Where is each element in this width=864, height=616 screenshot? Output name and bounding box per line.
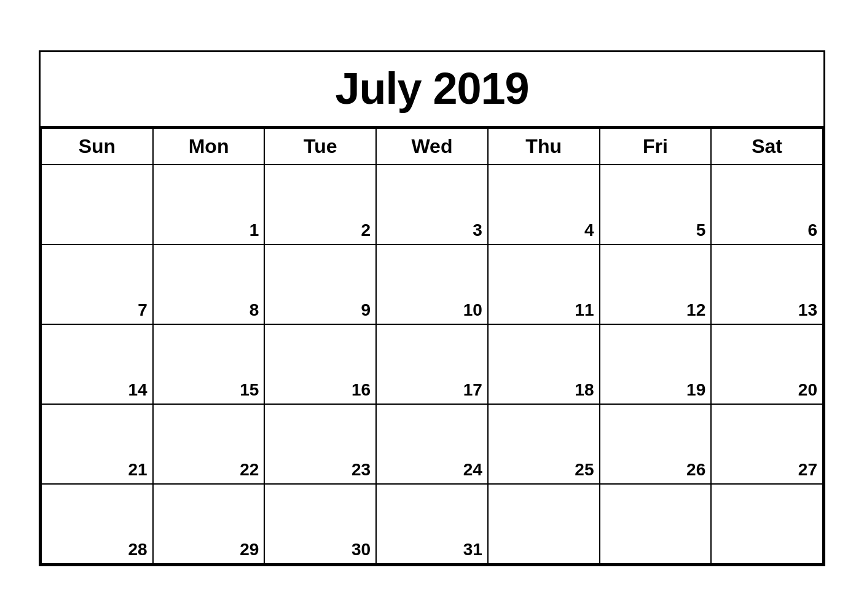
calendar-day: 27: [711, 404, 823, 484]
calendar-day: 13: [711, 244, 823, 324]
calendar-day: 16: [264, 324, 376, 404]
calendar-day: 10: [376, 244, 488, 324]
day-header-wed: Wed: [376, 128, 488, 165]
calendar-day: 22: [153, 404, 265, 484]
calendar-day: 7: [41, 244, 153, 324]
calendar-day: 18: [488, 324, 600, 404]
calendar-day: 9: [264, 244, 376, 324]
calendar-week-row: 28293031: [41, 484, 823, 564]
calendar-day: 5: [600, 165, 712, 244]
calendar-grid: SunMonTueWedThuFriSat 123456789101112131…: [41, 128, 823, 564]
days-header-row: SunMonTueWedThuFriSat: [41, 128, 823, 165]
calendar-day: 25: [488, 404, 600, 484]
calendar-day: 30: [264, 484, 376, 564]
calendar-container: July 2019 SunMonTueWedThuFriSat 12345678…: [39, 50, 825, 566]
calendar-day: 29: [153, 484, 265, 564]
calendar-day-empty: [600, 484, 712, 564]
calendar-week-row: 14151617181920: [41, 324, 823, 404]
day-header-sat: Sat: [711, 128, 823, 165]
calendar-week-row: 123456: [41, 165, 823, 244]
calendar-day: 2: [264, 165, 376, 244]
day-header-sun: Sun: [41, 128, 153, 165]
day-header-tue: Tue: [264, 128, 376, 165]
calendar-day: 24: [376, 404, 488, 484]
calendar-day: 1: [153, 165, 265, 244]
calendar-day: 8: [153, 244, 265, 324]
calendar-day: 11: [488, 244, 600, 324]
calendar-day: 15: [153, 324, 265, 404]
calendar-day-empty: [41, 165, 153, 244]
calendar-day: 3: [376, 165, 488, 244]
day-header-mon: Mon: [153, 128, 265, 165]
calendar-day: 31: [376, 484, 488, 564]
calendar-week-row: 78910111213: [41, 244, 823, 324]
calendar-day: 14: [41, 324, 153, 404]
calendar-day: 19: [600, 324, 712, 404]
calendar-day: 28: [41, 484, 153, 564]
calendar-day: 6: [711, 165, 823, 244]
calendar-day: 21: [41, 404, 153, 484]
calendar-week-row: 21222324252627: [41, 404, 823, 484]
calendar-day: 4: [488, 165, 600, 244]
day-header-thu: Thu: [488, 128, 600, 165]
calendar-day-empty: [488, 484, 600, 564]
calendar-day: 20: [711, 324, 823, 404]
calendar-day: 23: [264, 404, 376, 484]
day-header-fri: Fri: [600, 128, 712, 165]
calendar-day-empty: [711, 484, 823, 564]
calendar-day: 12: [600, 244, 712, 324]
calendar-day: 26: [600, 404, 712, 484]
calendar-day: 17: [376, 324, 488, 404]
calendar-title: July 2019: [41, 52, 823, 128]
